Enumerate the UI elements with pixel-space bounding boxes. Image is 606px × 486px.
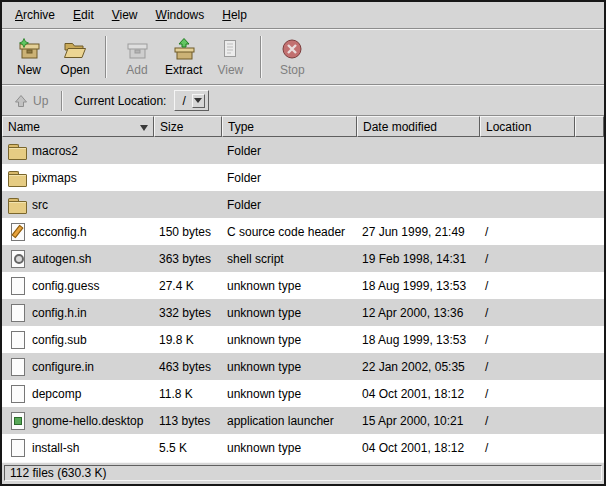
file-name-cell: config.h.in xyxy=(2,299,154,326)
file-date-cell: 15 Apr 2000, 10:21 xyxy=(357,407,480,434)
file-size-cell: 332 bytes xyxy=(154,299,222,326)
toolbar-button-label: New xyxy=(17,64,41,76)
file-name: install-sh xyxy=(32,441,79,455)
new-archive-icon xyxy=(16,38,42,62)
toolbar-extract-button[interactable]: Extract xyxy=(160,33,207,81)
file-name: gnome-hello.desktop xyxy=(32,414,143,428)
file-size-cell: 19.8 K xyxy=(154,326,222,353)
location-combo-value: / xyxy=(178,94,191,108)
current-location-label: Current Location: xyxy=(74,94,166,108)
location-bar: Up Current Location: / xyxy=(2,86,604,115)
file-date-cell: 27 Jun 1999, 21:49 xyxy=(357,218,480,245)
document-icon xyxy=(7,438,27,457)
script-file-icon xyxy=(7,249,27,268)
file-type-cell: C source code header xyxy=(222,218,357,245)
column-header-size[interactable]: Size xyxy=(154,116,222,137)
file-type-cell: unknown type xyxy=(222,299,357,326)
up-arrow-icon xyxy=(14,89,28,113)
file-size-cell: 363 bytes xyxy=(154,245,222,272)
file-name: pixmaps xyxy=(32,171,77,185)
table-row[interactable]: gnome-hello.desktop113 bytesapplication … xyxy=(2,407,604,434)
up-button[interactable]: Up xyxy=(8,86,54,116)
folder-icon xyxy=(7,195,27,214)
launcher-file-icon xyxy=(7,411,27,430)
file-date-cell xyxy=(357,164,480,191)
table-row[interactable]: macros2Folder xyxy=(2,137,604,164)
file-name-cell: configure.in xyxy=(2,353,154,380)
table-row[interactable]: depcomp11.8 Kunknown type04 Oct 2001, 18… xyxy=(2,380,604,407)
mnemonic: H xyxy=(222,8,231,22)
document-icon xyxy=(7,303,27,322)
table-row[interactable]: config.sub19.8 Kunknown type18 Aug 1999,… xyxy=(2,326,604,353)
table-row[interactable]: acconfig.h150 bytesC source code header2… xyxy=(2,218,604,245)
sort-arrow-icon[interactable] xyxy=(140,125,148,131)
open-folder-icon xyxy=(62,38,88,62)
file-table: NameSizeTypeDate modifiedLocation macros… xyxy=(2,115,604,462)
table-row[interactable]: config.guess27.4 Kunknown type18 Aug 199… xyxy=(2,272,604,299)
file-name: macros2 xyxy=(32,144,78,158)
menu-view[interactable]: View xyxy=(103,3,147,27)
toolbar-button-label: View xyxy=(217,64,243,76)
menu-help[interactable]: Help xyxy=(213,3,256,27)
mnemonic: E xyxy=(73,8,81,22)
column-header-label: Date modified xyxy=(363,120,437,134)
file-date-cell: 19 Feb 1998, 14:31 xyxy=(357,245,480,272)
toolbar-open-button[interactable]: Open xyxy=(52,33,98,81)
file-type-cell: unknown type xyxy=(222,272,357,299)
file-location-cell xyxy=(480,164,575,191)
table-row[interactable]: autogen.sh363 bytesshell script19 Feb 19… xyxy=(2,245,604,272)
file-type-cell: unknown type xyxy=(222,326,357,353)
file-name: config.h.in xyxy=(32,306,87,320)
file-location-cell: / xyxy=(480,299,575,326)
file-type-cell: shell script xyxy=(222,245,357,272)
file-location-cell: / xyxy=(480,245,575,272)
column-header-label: Name xyxy=(8,120,40,134)
toolbar-view-button[interactable]: View xyxy=(207,33,253,81)
mnemonic: A xyxy=(15,8,23,22)
table-row[interactable]: configure.in463 bytesunknown type22 Jan … xyxy=(2,353,604,380)
toolbar-stop-button[interactable]: Stop xyxy=(269,33,315,81)
table-row[interactable]: pixmapsFolder xyxy=(2,164,604,191)
menu-archive[interactable]: Archive xyxy=(6,3,64,27)
document-icon xyxy=(7,384,27,403)
table-row[interactable]: config.h.in332 bytesunknown type12 Apr 2… xyxy=(2,299,604,326)
menubar: ArchiveEditViewWindowsHelp xyxy=(2,2,604,28)
archive-manager-window: ArchiveEditViewWindowsHelp NewOpenAddExt… xyxy=(0,0,606,486)
chevron-down-glyph xyxy=(194,98,202,103)
mnemonic: V xyxy=(112,8,120,22)
file-location-cell: / xyxy=(480,434,575,461)
file-size-cell: 5.5 K xyxy=(154,434,222,461)
column-header-date-modified[interactable]: Date modified xyxy=(357,116,480,137)
menu-edit[interactable]: Edit xyxy=(64,3,103,27)
column-header-filler xyxy=(575,116,604,137)
file-date-cell: 04 Oct 2001, 18:12 xyxy=(357,380,480,407)
file-name: src xyxy=(32,198,48,212)
menu-windows[interactable]: Windows xyxy=(147,3,214,27)
file-name-cell: gnome-hello.desktop xyxy=(2,407,154,434)
table-row[interactable]: srcFolder xyxy=(2,191,604,218)
location-combo[interactable]: / xyxy=(174,90,208,111)
file-name-cell: src xyxy=(2,191,154,218)
chevron-down-icon[interactable] xyxy=(192,94,205,108)
file-name: config.sub xyxy=(32,333,87,347)
file-name-cell: config.guess xyxy=(2,272,154,299)
toolbar-new-button[interactable]: New xyxy=(6,33,52,81)
file-size-cell xyxy=(154,164,222,191)
toolbar-add-button[interactable]: Add xyxy=(114,33,160,81)
file-location-cell xyxy=(480,191,575,218)
mnemonic: W xyxy=(156,8,167,22)
table-row[interactable]: install-sh5.5 Kunknown type04 Oct 2001, … xyxy=(2,434,604,461)
file-name: configure.in xyxy=(32,360,94,374)
file-name-cell: macros2 xyxy=(2,137,154,164)
file-type-cell: application launcher xyxy=(222,407,357,434)
file-date-cell xyxy=(357,137,480,164)
file-location-cell: / xyxy=(480,380,575,407)
table-header: NameSizeTypeDate modifiedLocation xyxy=(2,116,604,137)
column-header-type[interactable]: Type xyxy=(222,116,357,137)
column-header-name[interactable]: Name xyxy=(2,116,154,137)
file-location-cell: / xyxy=(480,326,575,353)
file-name-cell: acconfig.h xyxy=(2,218,154,245)
toolbar-separator xyxy=(260,36,262,78)
column-header-location[interactable]: Location xyxy=(480,116,575,137)
file-date-cell: 22 Jan 2002, 05:35 xyxy=(357,353,480,380)
